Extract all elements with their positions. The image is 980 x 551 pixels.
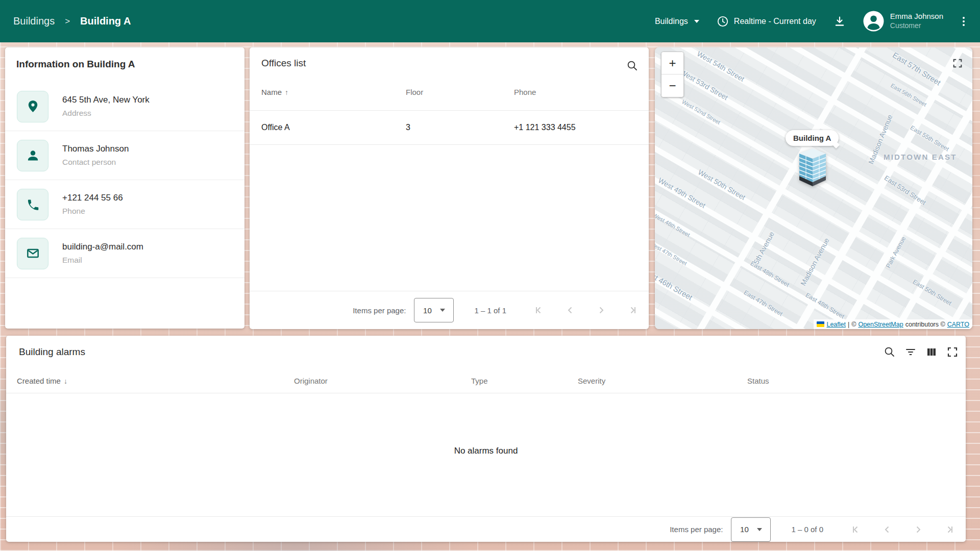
street-label: West 47th Street (655, 240, 688, 266)
page-range-label: 1 – 0 of 0 (791, 525, 823, 534)
address-value: 645 5th Ave, New York (62, 95, 150, 105)
phone-value: +121 244 55 66 (62, 193, 123, 203)
page-range-label: 1 – 1 of 1 (474, 306, 506, 315)
street-label: West 49th Street (657, 176, 707, 210)
offices-pagination: Items per page: 10 1 – 1 of 1 (250, 291, 649, 329)
leaflet-link[interactable]: Leaflet (826, 321, 846, 328)
last-page-icon[interactable] (626, 304, 639, 316)
chevron-down-icon (694, 20, 699, 23)
offices-list-card: Offices list Name↑ Floor Phone Office A … (250, 47, 649, 329)
alarms-col-severity[interactable]: Severity (578, 377, 605, 385)
download-icon (834, 15, 846, 28)
alarms-pagination: Items per page: 10 1 – 0 of 0 (6, 516, 966, 542)
office-phone-cell: +1 121 333 4455 (514, 123, 649, 132)
osm-link[interactable]: OpenStreetMap (858, 321, 903, 328)
sort-desc-icon: ↓ (64, 377, 67, 385)
sort-asc-icon: ↑ (285, 88, 288, 96)
offices-col-floor[interactable]: Floor (406, 88, 514, 96)
timewindow-label: Realtime - Current day (734, 17, 816, 26)
fullscreen-icon[interactable] (946, 346, 959, 358)
street-label: West 48th Street (655, 212, 691, 238)
phone-icon (17, 189, 48, 220)
prev-page-icon[interactable] (564, 304, 576, 316)
next-page-icon[interactable] (595, 304, 607, 316)
building-marker[interactable] (796, 147, 829, 190)
office-name-cell: Office A (261, 123, 406, 132)
contact-label: Contact person (62, 158, 129, 167)
clock-icon (717, 15, 729, 28)
alarms-col-created-time[interactable]: Created time↓ (17, 377, 67, 385)
contact-value: Thomas Johnson (62, 144, 129, 154)
info-row-email: building-a@mail.com Email (5, 229, 244, 278)
items-per-page-select[interactable]: 10 (414, 298, 454, 322)
breadcrumb-buildings[interactable]: Buildings (13, 15, 55, 27)
export-button[interactable] (834, 15, 846, 28)
street-label: West 52nd Street (681, 98, 721, 126)
search-icon[interactable] (624, 58, 641, 74)
breadcrumb: Buildings > Building A (13, 15, 131, 27)
offices-col-phone[interactable]: Phone (514, 88, 649, 96)
last-page-icon[interactable] (943, 523, 955, 536)
first-page-icon[interactable] (850, 523, 862, 536)
map-zoom-control: + − (661, 52, 684, 97)
avatar (863, 11, 884, 32)
user-name: Emma Johnson (890, 12, 943, 21)
user-menu[interactable]: Emma Johnson Customer (863, 11, 943, 32)
alarms-card-title: Building alarms (19, 346, 85, 358)
columns-icon[interactable] (925, 346, 938, 358)
user-role: Customer (890, 21, 943, 31)
building-map-card: West 54th Street West 53rd Street West 5… (655, 47, 972, 329)
items-per-page-label: Items per page: (670, 525, 723, 534)
email-value: building-a@mail.com (62, 242, 143, 252)
district-label: MIDTOWN EAST (884, 153, 957, 161)
carto-link[interactable]: CARTO (947, 321, 969, 328)
filter-icon[interactable] (904, 346, 917, 358)
office-table-row[interactable]: Office A 3 +1 121 333 4455 (250, 111, 649, 145)
offices-card-title: Offices list (261, 58, 306, 69)
zoom-in-button[interactable]: + (662, 52, 683, 74)
street-label: West 50th Street (697, 168, 747, 202)
address-label: Address (62, 109, 150, 118)
email-label: Email (62, 256, 143, 265)
street-label: West 46th Street (655, 266, 694, 302)
breadcrumb-separator: > (65, 16, 70, 27)
offices-col-name[interactable]: Name↑ (261, 88, 406, 96)
search-icon[interactable] (884, 346, 896, 358)
zoom-out-button[interactable]: − (662, 74, 683, 97)
location-pin-icon (17, 91, 48, 122)
alarms-col-type[interactable]: Type (471, 377, 488, 385)
ukraine-flag-icon (817, 321, 824, 327)
items-per-page-label: Items per page: (353, 306, 406, 315)
map-fullscreen-icon[interactable] (952, 58, 963, 71)
timewindow-button[interactable]: Realtime - Current day (717, 15, 816, 28)
info-row-address: 645 5th Ave, New York Address (5, 82, 244, 131)
street-label: West 54th Street (696, 49, 746, 83)
street-label: West 53rd Street (679, 68, 729, 102)
entity-select[interactable]: Buildings (655, 17, 699, 26)
building-alarms-card: Building alarms Created time↓ Originator… (6, 336, 966, 542)
alarms-col-status[interactable]: Status (747, 377, 769, 385)
building-info-card: Information on Building A 645 5th Ave, N… (5, 47, 244, 329)
first-page-icon[interactable] (533, 304, 545, 316)
email-icon (17, 238, 48, 269)
next-page-icon[interactable] (912, 523, 924, 536)
prev-page-icon[interactable] (881, 523, 893, 536)
phone-label: Phone (62, 207, 123, 216)
no-alarms-message: No alarms found (6, 446, 966, 456)
info-card-title: Information on Building A (5, 47, 244, 70)
office-floor-cell: 3 (406, 123, 514, 132)
items-per-page-select[interactable]: 10 (731, 517, 771, 542)
map-canvas[interactable]: West 54th Street West 53rd Street West 5… (655, 47, 972, 329)
breadcrumb-current: Building A (80, 15, 131, 27)
dashboard-toolbar: Buildings > Building A Buildings Realtim… (0, 0, 980, 42)
kebab-menu-icon[interactable] (961, 15, 967, 28)
alarms-col-originator[interactable]: Originator (294, 377, 328, 385)
person-icon (17, 140, 48, 171)
info-row-phone: +121 244 55 66 Phone (5, 180, 244, 229)
info-row-contact: Thomas Johnson Contact person (5, 131, 244, 180)
dropdown-caret-icon (440, 309, 445, 312)
dropdown-caret-icon (757, 528, 762, 531)
entity-select-label: Buildings (655, 17, 688, 26)
map-attribution: Leaflet | © OpenStreetMap contributors ©… (814, 319, 972, 329)
marker-tooltip: Building A (786, 130, 839, 146)
